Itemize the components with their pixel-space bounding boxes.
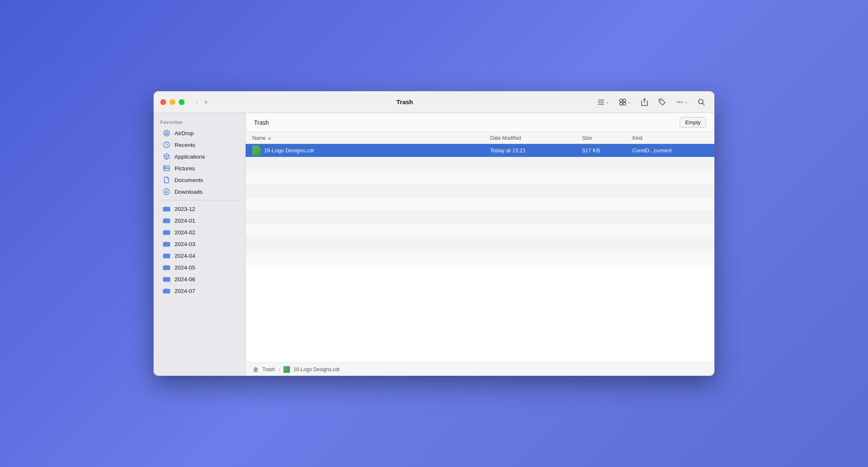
tag-button[interactable]	[656, 97, 668, 108]
sidebar: Favorites AirDrop	[154, 113, 246, 376]
folder-icon-2024-05	[163, 264, 170, 271]
pictures-icon	[163, 164, 170, 172]
file-date: Today at 15:21	[490, 147, 582, 154]
documents-icon	[163, 176, 170, 184]
table-row-empty-2	[246, 171, 714, 184]
folder-icon-2024-03	[163, 240, 170, 248]
sidebar-item-folder-2024-04[interactable]: 2024-04	[156, 250, 243, 262]
table-row-empty-6	[246, 224, 714, 238]
folder-icon-2024-04	[163, 252, 170, 259]
sidebar-label-pictures: Pictures	[175, 165, 195, 172]
back-button[interactable]: ‹	[193, 96, 200, 108]
search-button[interactable]	[695, 97, 708, 108]
table-row[interactable]: 16-Logo Designs.cdr Today at 15:21 517 K…	[246, 144, 714, 157]
sidebar-item-folder-2024-06[interactable]: 2024-06	[156, 273, 243, 285]
window-title: Trash	[215, 98, 595, 105]
column-header-date[interactable]: Date Modified	[490, 135, 582, 141]
empty-trash-button[interactable]: Empty	[680, 117, 706, 128]
sidebar-label-2024-06: 2024-06	[175, 276, 195, 282]
sidebar-label-2024-04: 2024-04	[175, 253, 195, 259]
applications-icon	[163, 153, 170, 160]
svg-line-13	[703, 103, 705, 105]
file-size: 517 KB	[582, 147, 632, 154]
grid-view-chevron: ⌄	[627, 100, 631, 104]
sidebar-item-pictures[interactable]: Pictures	[156, 162, 243, 174]
status-bar: 🗑 Trash › 16-Logo Designs.cdr	[246, 362, 714, 376]
close-button[interactable]	[160, 99, 166, 105]
more-options-button[interactable]: ⌄	[673, 97, 690, 108]
sidebar-item-folder-2024-01[interactable]: 2024-01	[156, 215, 243, 226]
sidebar-label-2024-07: 2024-07	[175, 288, 195, 294]
sidebar-label-2024-03: 2024-03	[175, 241, 195, 247]
content-area: Trash Empty Name ▲ Date Modified Size Ki…	[246, 113, 714, 376]
svg-line-18	[164, 155, 167, 157]
table-row-empty-1	[246, 157, 714, 171]
sort-arrow: ▲	[267, 136, 272, 140]
share-icon	[641, 98, 648, 106]
table-row-empty-7	[246, 238, 714, 251]
status-file-icon	[283, 366, 290, 373]
share-button[interactable]	[638, 97, 651, 108]
svg-point-12	[699, 99, 703, 104]
forward-button[interactable]: ›	[202, 96, 210, 108]
sidebar-item-folder-2023-12[interactable]: 2023-12	[156, 203, 243, 215]
sidebar-label-downloads: Downloads	[175, 189, 203, 195]
sidebar-label-2024-02: 2024-02	[175, 229, 195, 236]
sidebar-item-folder-2024-03[interactable]: 2024-03	[156, 238, 243, 250]
file-kind: CorelD...cument	[632, 147, 708, 154]
svg-point-21	[164, 167, 166, 168]
svg-point-11	[681, 101, 683, 103]
svg-point-14	[164, 130, 169, 136]
svg-point-9	[677, 101, 678, 103]
file-name-cell: 16-Logo Designs.cdr	[252, 146, 490, 156]
table-header: Name ▲ Date Modified Size Kind	[246, 132, 714, 144]
grid-view-button[interactable]: ⌄	[616, 97, 633, 108]
sidebar-item-folder-2024-05[interactable]: 2024-05	[156, 262, 243, 273]
sidebar-item-recents[interactable]: Recents	[156, 139, 243, 151]
more-chevron: ⌄	[684, 100, 688, 104]
sidebar-item-airdrop[interactable]: AirDrop	[156, 127, 243, 139]
svg-rect-5	[620, 103, 622, 105]
sidebar-item-applications[interactable]: Applications	[156, 151, 243, 162]
nav-buttons: ‹ ›	[193, 96, 210, 108]
toolbar-actions: ⌄ ⌄	[595, 97, 708, 108]
minimize-button[interactable]	[169, 99, 175, 105]
folder-icon-2024-02	[163, 228, 170, 236]
sidebar-label-2024-01: 2024-01	[175, 218, 195, 224]
table-row-empty-8	[246, 251, 714, 264]
column-header-size[interactable]: Size	[582, 135, 632, 141]
toolbar: ‹ › Trash ⌄ ⌄	[154, 91, 714, 113]
sidebar-label-2024-05: 2024-05	[175, 264, 195, 271]
svg-rect-6	[623, 103, 626, 105]
sidebar-label-documents: Documents	[175, 177, 203, 183]
file-icon-cdr	[252, 146, 261, 156]
sidebar-label-airdrop: AirDrop	[175, 130, 194, 136]
table-row-empty-4	[246, 198, 714, 211]
svg-line-19	[167, 155, 169, 157]
sidebar-resize-handle[interactable]	[244, 113, 245, 376]
maximize-button[interactable]	[179, 99, 185, 105]
sidebar-item-downloads[interactable]: Downloads	[156, 186, 243, 198]
sidebar-item-documents[interactable]: Documents	[156, 174, 243, 186]
svg-point-10	[679, 101, 681, 103]
sidebar-item-folder-2024-02[interactable]: 2024-02	[156, 226, 243, 238]
folder-icon-2023-12	[163, 205, 170, 213]
finder-window: ‹ › Trash ⌄ ⌄	[154, 91, 714, 376]
airdrop-icon	[163, 129, 170, 137]
tag-icon	[658, 98, 666, 106]
sidebar-item-folder-2024-07[interactable]: 2024-07	[156, 285, 243, 297]
sidebar-label-recents: Recents	[175, 142, 195, 148]
list-view-button[interactable]: ⌄	[595, 97, 611, 108]
trash-status-icon: 🗑	[252, 366, 259, 373]
column-header-kind[interactable]: Kind	[632, 135, 708, 141]
status-separator: ›	[278, 367, 280, 372]
file-list: 16-Logo Designs.cdr Today at 15:21 517 K…	[246, 144, 714, 362]
list-view-chevron: ⌄	[606, 100, 609, 104]
column-header-name[interactable]: Name ▲	[252, 135, 490, 141]
folder-icon-2024-06	[163, 275, 170, 283]
status-folder: Trash	[262, 367, 275, 372]
status-file: 16-Logo Designs.cdr	[293, 367, 340, 372]
list-icon	[597, 98, 605, 106]
table-row-empty-5	[246, 211, 714, 224]
grid-icon	[619, 98, 627, 106]
